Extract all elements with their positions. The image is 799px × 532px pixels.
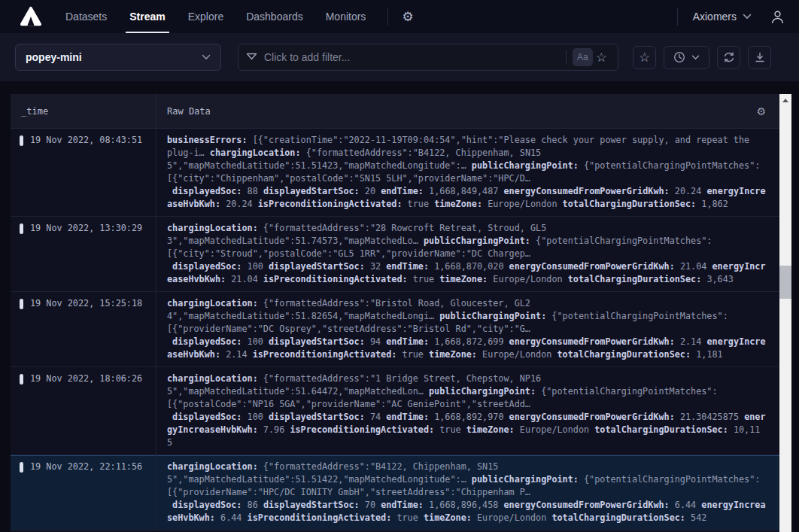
nav-tabs: DatasetsStreamExploreDashboardsMonitors: [54, 0, 377, 33]
stream-table: _time Raw Data ⚙ 19 Nov 2022, 08:43:51bu…: [11, 94, 779, 532]
row-raw-data: chargingLocation: {"formattedAddress":"1…: [156, 367, 779, 454]
row-time-cell: 19 Nov 2022, 15:25:18: [11, 292, 156, 366]
row-timestamp: 19 Nov 2022, 22:11:56: [30, 461, 142, 473]
user-profile-button[interactable]: [768, 8, 787, 26]
save-filter-star-icon[interactable]: ☆: [593, 51, 610, 64]
time-range-button[interactable]: [664, 46, 709, 69]
chevron-down-icon: [691, 55, 700, 60]
row-timestamp: 19 Nov 2022, 13:30:29: [30, 222, 142, 235]
top-nav: DatasetsStreamExploreDashboardsMonitors …: [0, 0, 799, 33]
row-timestamp: 19 Nov 2022, 15:25:18: [30, 297, 142, 310]
clock-icon: [673, 51, 685, 63]
download-icon: [754, 51, 766, 63]
row-raw-data: chargingLocation: {"formattedAddress":"B…: [156, 455, 779, 530]
refresh-button[interactable]: [717, 46, 740, 69]
filter-input[interactable]: Click to add filter... Aa ☆: [238, 44, 618, 71]
user-icon: [770, 9, 785, 25]
row-raw-data: chargingLocation: {"formattedAddress":"2…: [156, 217, 779, 291]
scroll-up-arrow-icon: [782, 99, 788, 102]
chevron-down-icon: [743, 14, 752, 20]
dataset-select-value: popey-mini: [26, 51, 202, 63]
table-header: _time Raw Data ⚙: [11, 94, 779, 129]
row-indicator: [20, 462, 23, 473]
case-sensitivity-toggle[interactable]: Aa: [573, 48, 593, 66]
download-button[interactable]: [748, 46, 771, 69]
axiom-logo[interactable]: [20, 6, 42, 27]
dataset-select[interactable]: popey-mini: [15, 44, 221, 71]
nav-item-dashboards[interactable]: Dashboards: [235, 0, 314, 33]
row-indicator: [20, 374, 23, 385]
row-raw-data: chargingLocation: {"formattedAddress":"B…: [156, 292, 779, 366]
table-row[interactable]: 19 Nov 2022, 18:06:26chargingLocation: {…: [11, 367, 779, 455]
column-header-raw-data: Raw Data: [156, 94, 779, 128]
star-icon: ☆: [639, 51, 650, 64]
nav-item-stream[interactable]: Stream: [118, 0, 176, 33]
row-indicator: [20, 299, 23, 309]
scroll-up-button[interactable]: [779, 94, 791, 106]
row-time-cell: 19 Nov 2022, 13:30:29: [11, 217, 156, 291]
table-row[interactable]: 19 Nov 2022, 15:25:18chargingLocation: {…: [11, 292, 779, 367]
nav-right-divider: [677, 8, 678, 26]
org-name: Axiomers: [693, 11, 737, 23]
stream-toolbar: popey-mini Click to add filter... Aa ☆ ☆: [0, 33, 799, 81]
org-switcher[interactable]: Axiomers: [688, 11, 756, 23]
table-row[interactable]: 19 Nov 2022, 13:30:29chargingLocation: {…: [11, 217, 779, 292]
nav-divider: [387, 8, 388, 26]
nav-item-explore[interactable]: Explore: [177, 0, 235, 33]
refresh-icon: [723, 51, 735, 63]
starred-queries-button[interactable]: ☆: [633, 46, 656, 69]
table-settings-gear-icon[interactable]: ⚙: [752, 94, 770, 128]
row-time-cell: 19 Nov 2022, 22:11:56: [11, 455, 156, 530]
scrollbar-thumb[interactable]: [779, 266, 791, 299]
nav-item-datasets[interactable]: Datasets: [54, 0, 118, 33]
row-indicator: [20, 223, 23, 234]
nav-item-monitors[interactable]: Monitors: [314, 0, 378, 33]
filter-divider: [566, 50, 567, 64]
filter-placeholder: Click to add filter...: [264, 51, 560, 63]
row-time-cell: 19 Nov 2022, 08:43:51: [11, 129, 156, 216]
row-timestamp: 19 Nov 2022, 08:43:51: [30, 134, 142, 147]
row-timestamp: 19 Nov 2022, 18:06:26: [30, 372, 142, 385]
filter-funnel-icon: [246, 53, 257, 62]
table-row[interactable]: 19 Nov 2022, 22:11:56chargingLocation: {…: [11, 455, 779, 530]
row-time-cell: 19 Nov 2022, 18:06:26: [11, 367, 156, 454]
vertical-scrollbar[interactable]: [779, 94, 791, 532]
chevron-down-icon: [202, 54, 211, 60]
column-header-time: _time: [11, 94, 156, 128]
table-body: 19 Nov 2022, 08:43:51businessErrors: [{"…: [11, 129, 779, 530]
table-row[interactable]: 19 Nov 2022, 08:43:51businessErrors: [{"…: [11, 129, 779, 217]
row-raw-data: businessErrors: [{"creationTime":"2022-1…: [156, 129, 779, 216]
settings-gear-icon[interactable]: ⚙: [399, 8, 416, 26]
row-indicator: [20, 135, 23, 146]
